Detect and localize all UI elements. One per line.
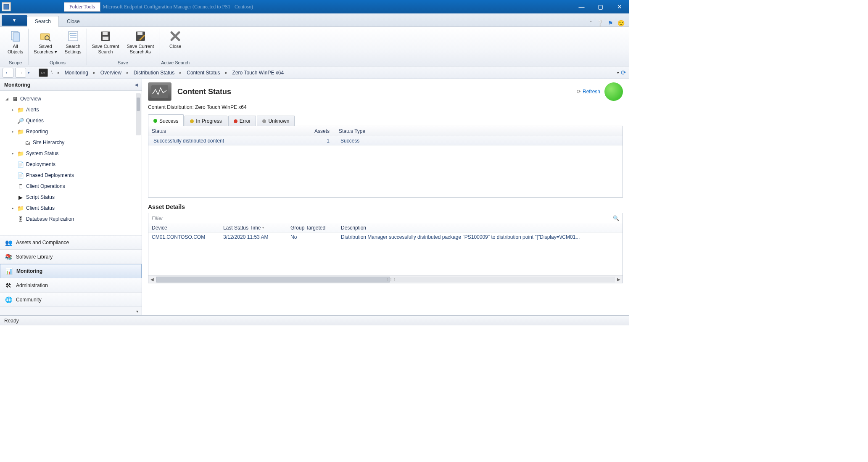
tree-expander-icon[interactable]: ▸	[10, 206, 15, 210]
tree-expander-icon[interactable]: ▸	[10, 151, 15, 156]
documents-icon	[9, 29, 22, 43]
tree-item[interactable]: ▸📁Reporting	[0, 126, 142, 137]
horizontal-scrollbar[interactable]: ◀ ⋮⋮⋮ ▶	[148, 275, 623, 283]
column-header-description[interactable]: Description	[338, 225, 623, 231]
scroll-track[interactable]: ⋮⋮⋮	[156, 277, 615, 282]
ribbon-collapse-caret[interactable]: ˄	[590, 21, 592, 26]
search-icon[interactable]: 🔍	[613, 215, 619, 221]
breadcrumb-item[interactable]: Monitoring	[63, 68, 90, 77]
tree-item[interactable]: 🔎Queries	[0, 115, 142, 126]
tree-node-label: Overview	[20, 96, 41, 102]
status-tab-label: Error	[240, 118, 251, 124]
scroll-thumb[interactable]	[156, 277, 390, 282]
tree-item[interactable]: 🗒Client Operations	[0, 181, 142, 192]
column-header-status-type[interactable]: Status Type	[335, 128, 623, 134]
breadcrumb-item[interactable]: Zero Touch WinPE x64	[231, 68, 286, 77]
flag-icon[interactable]: ⚑	[608, 20, 613, 26]
grid-row[interactable]: Successfully distributed content 1 Succe…	[148, 136, 623, 145]
asset-row[interactable]: CM01.CONTOSO.COM 3/12/2020 11:53 AM No D…	[148, 232, 623, 242]
ribbon-button-search-settings[interactable]: ✓ SearchSettings	[61, 29, 85, 59]
tree-item[interactable]: 📄Phased Deployments	[0, 170, 142, 181]
chevron-right-icon[interactable]: ▸	[56, 70, 61, 75]
status-dot-icon	[190, 119, 194, 123]
ribbon-button-all-objects[interactable]: AllObjects	[4, 29, 26, 59]
close-window-button[interactable]: ✕	[610, 0, 629, 13]
chevron-right-icon[interactable]: ▸	[125, 70, 130, 75]
status-indicator-dot	[604, 82, 623, 101]
ribbon-tab-close[interactable]: Close	[59, 16, 88, 26]
breadcrumb-item[interactable]: Distribution Status	[132, 68, 176, 77]
column-header-status[interactable]: Status	[148, 128, 310, 134]
status-tab[interactable]: Error	[228, 116, 256, 126]
chevron-right-icon[interactable]: ▸	[92, 70, 97, 75]
workspace-footer[interactable]: ▾	[0, 307, 142, 315]
file-menu-button[interactable]: ▾	[2, 15, 27, 26]
tree-item[interactable]: ◢🖥Overview	[0, 93, 142, 104]
breadcrumb-root-icon[interactable]: C:\	[39, 69, 48, 77]
workspace-item[interactable]: 🌐Community	[0, 293, 142, 307]
refresh-link[interactable]: ⟳ Refresh	[577, 89, 600, 95]
column-header-assets[interactable]: Assets	[310, 128, 335, 134]
nav-forward-button[interactable]: →	[15, 68, 26, 78]
ribbon-group-scope: AllObjects Scope	[3, 29, 29, 65]
tree-item[interactable]: ▸📁Alerts	[0, 104, 142, 115]
tree-node-icon: 🔎	[17, 118, 24, 124]
context-tab-folder-tools[interactable]: Folder Tools	[64, 2, 100, 12]
floppy-edit-icon	[134, 29, 147, 43]
minimize-button[interactable]: ―	[572, 0, 591, 13]
cell-device: CM01.CONTOSO.COM	[148, 234, 220, 240]
subheader-label: Content Distribution:	[148, 104, 194, 110]
ribbon-button-label: SearchSettings	[65, 44, 82, 55]
tree-item[interactable]: 🗄Database Replication	[0, 214, 142, 224]
ribbon-button-close-search[interactable]: Close	[165, 29, 185, 59]
chevron-right-icon[interactable]: ▸	[178, 70, 183, 75]
ribbon-group-label: Active Search	[161, 59, 190, 65]
ribbon-button-saved-searches[interactable]: SavedSearches ▾	[30, 29, 61, 59]
nav-history-dropdown[interactable]: ▾	[28, 71, 34, 75]
tree-expander-icon[interactable]: ▸	[10, 129, 15, 134]
status-tab[interactable]: In Progress	[185, 116, 227, 126]
tree-item[interactable]: ▶Script Status	[0, 192, 142, 203]
column-header-device[interactable]: Device	[148, 225, 220, 231]
tree-item[interactable]: 📄Deployments	[0, 159, 142, 170]
ribbon-tab-strip: ▾ Search Close ˄ ❔ ⚑ 🙂	[0, 13, 629, 27]
ribbon-button-save-current-search-as[interactable]: Save CurrentSearch As	[123, 29, 157, 59]
ribbon-button-save-current-search[interactable]: Save CurrentSearch	[89, 29, 123, 59]
help-icon[interactable]: ❔	[596, 20, 604, 26]
workspace-item[interactable]: 📚Software Library	[0, 250, 142, 264]
breadcrumb-separator: \	[50, 70, 54, 75]
breadcrumb-item[interactable]: Overview	[99, 68, 123, 77]
breadcrumb-item[interactable]: Content Status	[185, 68, 222, 77]
tree-scrollbar[interactable]: ▼	[136, 93, 141, 135]
cell-group: No	[287, 234, 338, 240]
column-header-group-targeted[interactable]: Group Targeted	[287, 225, 338, 231]
workspace-item[interactable]: 📊Monitoring	[0, 264, 142, 278]
chevron-right-icon[interactable]: ▸	[224, 70, 229, 75]
breadcrumb-refresh-icon[interactable]: ⟳	[621, 69, 626, 77]
workspace-item[interactable]: 🛠Administration	[0, 278, 142, 293]
maximize-button[interactable]: ▢	[591, 0, 610, 13]
feedback-icon[interactable]: 🙂	[617, 20, 625, 26]
ribbon-button-label: SavedSearches ▾	[34, 44, 57, 55]
tree-node-label: Database Replication	[26, 216, 74, 222]
tree-item[interactable]: ▸📁System Status	[0, 148, 142, 159]
tree-item[interactable]: 🗂Site Hierarchy	[0, 137, 142, 148]
nav-back-button[interactable]: ←	[3, 68, 13, 78]
tree-expander-icon[interactable]: ▸	[10, 108, 15, 112]
tree-node-icon: 📁	[17, 205, 24, 211]
page-title: Content Status	[177, 87, 231, 96]
status-tab[interactable]: Unknown	[257, 116, 295, 126]
status-tab[interactable]: Success	[148, 114, 184, 126]
breadcrumb-dropdown[interactable]: ▾	[617, 71, 619, 75]
asset-filter-row[interactable]: Filter 🔍	[148, 213, 623, 223]
folder-search-icon	[39, 29, 52, 43]
scroll-right-icon[interactable]: ▶	[615, 277, 623, 282]
tree-item[interactable]: ▸📁Client Status	[0, 203, 142, 214]
tree-expander-icon[interactable]: ◢	[4, 97, 9, 101]
tree-node-icon: 📄	[17, 161, 24, 168]
workspace-item[interactable]: 👥Assets and Compliance	[0, 235, 142, 250]
sidebar-collapse-icon[interactable]: ◀	[135, 82, 138, 87]
scroll-left-icon[interactable]: ◀	[148, 277, 156, 282]
ribbon-tab-search[interactable]: Search	[27, 16, 59, 27]
column-header-last-status-time[interactable]: Last Status Time▾	[220, 225, 287, 231]
